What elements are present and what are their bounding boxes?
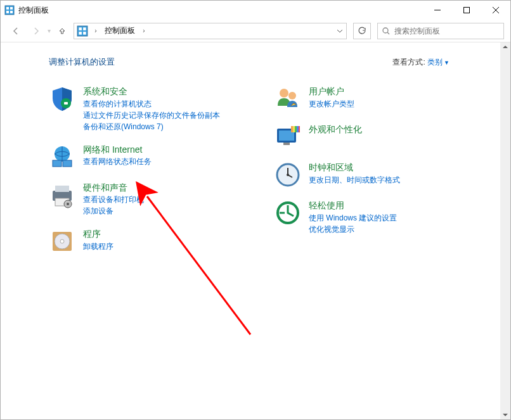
window-title: 控制面板 xyxy=(18,5,423,16)
svg-rect-4 xyxy=(10,11,13,13)
category-link[interactable]: 添加设备 xyxy=(83,205,144,217)
breadcrumb-arrow-icon[interactable]: › xyxy=(139,23,149,39)
category-title[interactable]: 硬件和声音 xyxy=(83,182,144,194)
svg-rect-2 xyxy=(10,7,13,10)
svg-rect-32 xyxy=(293,126,295,132)
category-link[interactable]: 查看网络状态和任务 xyxy=(83,156,152,167)
up-button[interactable] xyxy=(53,22,71,40)
scroll-down-icon[interactable] xyxy=(502,412,508,418)
category-link[interactable]: 查看你的计算机状态 xyxy=(83,98,220,110)
svg-point-11 xyxy=(383,28,388,33)
scroll-up-icon[interactable] xyxy=(502,44,508,50)
svg-rect-18 xyxy=(55,186,69,192)
svg-rect-3 xyxy=(6,11,9,13)
category-user-accounts: 用户帐户 更改帐户类型 xyxy=(275,86,494,112)
svg-point-26 xyxy=(288,92,296,99)
printer-icon xyxy=(49,182,75,208)
breadcrumb-icon xyxy=(77,25,88,37)
svg-rect-29 xyxy=(283,143,290,145)
back-button[interactable] xyxy=(7,22,25,40)
nav-history-dropdown-icon[interactable]: ▾ xyxy=(48,27,51,34)
category-title[interactable]: 系统和安全 xyxy=(83,86,220,98)
window: 控制面板 ▾ › 控制面板 › xyxy=(0,0,511,420)
header-row: 调整计算机的设置 查看方式: 类别▼ xyxy=(17,56,494,68)
forward-button[interactable] xyxy=(27,22,45,40)
svg-rect-15 xyxy=(53,160,61,167)
svg-rect-1 xyxy=(6,7,9,10)
globe-icon xyxy=(49,144,75,170)
shield-icon xyxy=(49,86,75,112)
svg-rect-9 xyxy=(79,32,82,35)
view-mode-value[interactable]: 类别 xyxy=(427,58,443,67)
svg-rect-31 xyxy=(291,126,293,132)
category-title[interactable]: 网络和 Internet xyxy=(83,144,152,156)
category-link[interactable]: 通过文件历史记录保存你的文件备份副本 xyxy=(83,110,220,121)
svg-rect-16 xyxy=(63,160,72,167)
refresh-button[interactable] xyxy=(353,23,371,39)
left-column: 系统和安全 查看你的计算机状态 通过文件历史记录保存你的文件备份副本 备份和还原… xyxy=(49,86,268,255)
minimize-button[interactable] xyxy=(423,1,452,20)
window-controls xyxy=(423,1,510,20)
svg-rect-7 xyxy=(79,27,82,30)
category-link[interactable]: 卸载程序 xyxy=(83,241,113,252)
svg-rect-8 xyxy=(83,27,86,30)
category-link[interactable]: 更改帐户类型 xyxy=(309,98,354,110)
svg-point-21 xyxy=(67,203,69,205)
close-button[interactable] xyxy=(481,1,510,20)
category-title[interactable]: 时钟和区域 xyxy=(309,162,400,174)
svg-rect-10 xyxy=(83,32,86,35)
disc-icon xyxy=(49,228,75,255)
categories-grid: 系统和安全 查看你的计算机状态 通过文件历史记录保存你的文件备份副本 备份和还原… xyxy=(17,86,494,255)
svg-point-24 xyxy=(60,239,64,243)
svg-rect-13 xyxy=(64,102,68,105)
svg-point-36 xyxy=(287,174,289,176)
control-panel-icon xyxy=(4,5,15,15)
breadcrumb-arrow-icon[interactable]: › xyxy=(91,23,101,39)
category-link[interactable]: 查看设备和打印机 xyxy=(83,194,144,205)
svg-point-25 xyxy=(280,89,288,98)
address-dropdown-icon[interactable] xyxy=(333,28,346,34)
category-ease-of-access: 轻松使用 使用 Windows 建议的设置 优化视觉显示 xyxy=(275,200,494,235)
search-box[interactable] xyxy=(377,23,504,39)
category-link[interactable]: 使用 Windows 建议的设置 xyxy=(309,212,397,224)
right-column: 用户帐户 更改帐户类型 外观和个性化 xyxy=(275,86,494,255)
ease-of-access-icon xyxy=(275,200,301,226)
category-clock-region: 时钟和区域 更改日期、时间或数字格式 xyxy=(275,162,494,188)
clock-icon xyxy=(275,162,301,188)
category-system-security: 系统和安全 查看你的计算机状态 通过文件历史记录保存你的文件备份副本 备份和还原… xyxy=(49,86,268,132)
content-area: 调整计算机的设置 查看方式: 类别▼ 系统和安全 查看你的计算机状态 通过文件历… xyxy=(1,42,510,419)
vertical-scrollbar[interactable] xyxy=(500,42,510,419)
category-programs: 程序 卸载程序 xyxy=(49,228,268,255)
chevron-down-icon[interactable]: ▼ xyxy=(444,60,450,66)
svg-rect-34 xyxy=(297,126,299,132)
titlebar: 控制面板 xyxy=(1,1,510,20)
users-icon xyxy=(275,86,301,112)
view-mode: 查看方式: 类别▼ xyxy=(392,57,450,68)
page-title: 调整计算机的设置 xyxy=(49,56,392,68)
category-title[interactable]: 轻松使用 xyxy=(309,200,397,212)
monitor-icon xyxy=(275,124,301,150)
category-title[interactable]: 用户帐户 xyxy=(309,86,354,98)
svg-rect-5 xyxy=(464,8,470,13)
category-link[interactable]: 备份和还原(Windows 7) xyxy=(83,121,220,132)
category-appearance: 外观和个性化 xyxy=(275,124,494,150)
category-title[interactable]: 外观和个性化 xyxy=(309,124,362,136)
category-network: 网络和 Internet 查看网络状态和任务 xyxy=(49,144,268,170)
breadcrumb-item[interactable]: 控制面板 xyxy=(101,23,139,39)
search-icon xyxy=(382,27,391,35)
view-mode-label: 查看方式: xyxy=(392,58,425,67)
category-title[interactable]: 程序 xyxy=(83,228,113,241)
category-link[interactable]: 优化视觉显示 xyxy=(309,224,397,235)
navbar: ▾ › 控制面板 › xyxy=(1,20,510,42)
category-hardware-sound: 硬件和声音 查看设备和打印机 添加设备 xyxy=(49,182,268,217)
maximize-button[interactable] xyxy=(452,1,481,20)
category-link[interactable]: 更改日期、时间或数字格式 xyxy=(309,174,400,186)
search-input[interactable] xyxy=(394,27,503,35)
svg-rect-33 xyxy=(295,126,297,132)
address-bar[interactable]: › 控制面板 › xyxy=(74,23,347,39)
